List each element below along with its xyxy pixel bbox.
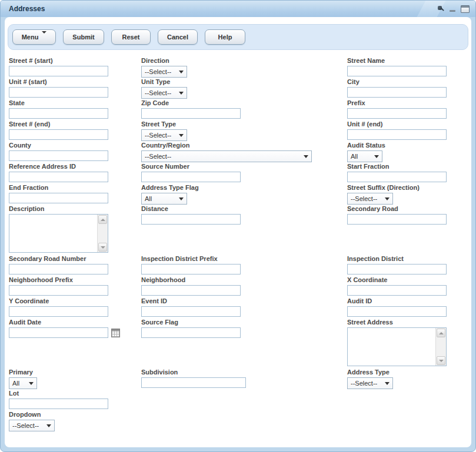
audit-date-label: Audit Date <box>9 319 108 326</box>
end-fraction-label: End Fraction <box>9 184 108 191</box>
field-unit-number-end: Unit # (end) <box>347 120 447 140</box>
maximize-icon[interactable] <box>461 5 470 13</box>
start-fraction-label: Start Fraction <box>347 163 447 170</box>
address-type-select[interactable]: --Select-- <box>347 377 393 389</box>
source-flag-input[interactable] <box>141 327 241 338</box>
description-scrollbar[interactable] <box>97 215 108 252</box>
county-input[interactable] <box>9 150 108 161</box>
window-title: Addresses <box>1 5 45 13</box>
dropdown-select-value: --Select-- <box>12 422 39 429</box>
direction-select-value: --Select-- <box>145 68 171 75</box>
zip-code-input[interactable] <box>141 108 241 119</box>
street-name-label: Street Name <box>347 57 447 64</box>
primary-label: Primary <box>9 369 37 376</box>
city-label: City <box>347 78 447 85</box>
prefix-input[interactable] <box>347 108 447 119</box>
dropdown-select[interactable]: --Select-- <box>9 420 55 431</box>
audit-status-select[interactable]: All <box>347 150 382 162</box>
street-number-end-input[interactable] <box>9 129 108 140</box>
chevron-down-icon <box>374 155 379 158</box>
street-address-label: Street Address <box>347 319 447 326</box>
field-unit-type: Unit Type --Select-- <box>141 78 187 99</box>
start-fraction-input[interactable] <box>347 172 447 182</box>
field-state: State <box>9 99 108 119</box>
county-label: County <box>9 142 108 149</box>
city-input[interactable] <box>347 87 447 98</box>
window-controls <box>438 1 470 17</box>
distance-input[interactable] <box>141 214 241 225</box>
calendar-icon[interactable] <box>111 329 120 337</box>
direction-select[interactable]: --Select-- <box>141 66 187 78</box>
source-number-input[interactable] <box>141 172 241 182</box>
field-start-fraction: Start Fraction <box>347 163 447 182</box>
country-region-select-value: --Select-- <box>145 153 171 160</box>
inspection-district-prefix-input[interactable] <box>141 264 241 274</box>
lot-input[interactable] <box>9 399 108 409</box>
event-id-input[interactable] <box>141 306 241 317</box>
street-type-select-value: --Select-- <box>145 132 171 139</box>
subdivision-input[interactable] <box>141 377 246 388</box>
direction-label: Direction <box>141 57 187 64</box>
street-address-scrollbar[interactable] <box>435 328 446 366</box>
street-number-start-input[interactable] <box>9 66 108 76</box>
primary-select-value: All <box>12 380 19 387</box>
address-type-flag-select[interactable]: All <box>141 193 187 205</box>
field-event-id: Event ID <box>141 297 241 317</box>
audit-id-input[interactable] <box>347 306 447 317</box>
distance-label: Distance <box>141 205 241 212</box>
street-number-end-label: Street # (end) <box>9 120 108 128</box>
unit-type-select[interactable]: --Select-- <box>141 87 187 99</box>
field-neighborhood: Neighborhood <box>141 276 241 296</box>
inspection-district-prefix-label: Inspection District Prefix <box>141 255 241 262</box>
audit-id-label: Audit ID <box>347 297 447 304</box>
scroll-down-icon[interactable] <box>437 356 445 365</box>
address-search-form: Street # (start) Direction --Select-- St… <box>5 17 471 447</box>
secondary-road-number-input[interactable] <box>9 264 108 274</box>
field-zip-code: Zip Code <box>141 99 241 119</box>
primary-select[interactable]: All <box>9 377 37 389</box>
audit-status-label: Audit Status <box>347 142 385 149</box>
field-audit-id: Audit ID <box>347 297 447 317</box>
street-address-textarea[interactable] <box>347 327 447 366</box>
street-suffix-direction-select[interactable]: --Select-- <box>347 193 393 205</box>
description-textarea[interactable] <box>9 214 108 253</box>
country-region-select[interactable]: --Select-- <box>141 150 312 162</box>
field-x-coordinate: X Coordinate <box>347 276 447 296</box>
field-address-type: Address Type --Select-- <box>347 369 393 389</box>
audit-status-select-value: All <box>351 153 358 160</box>
field-source-number: Source Number <box>141 163 241 182</box>
scroll-down-icon[interactable] <box>98 243 107 252</box>
unit-number-start-input[interactable] <box>9 87 108 98</box>
secondary-road-number-label: Secondary Road Number <box>9 255 108 262</box>
field-dropdown: Dropdown --Select-- <box>9 411 55 431</box>
unit-type-label: Unit Type <box>141 78 187 85</box>
scroll-up-icon[interactable] <box>98 215 107 224</box>
field-street-type: Street Type --Select-- <box>141 120 187 141</box>
unit-number-start-label: Unit # (start) <box>9 78 108 85</box>
street-name-input[interactable] <box>347 66 447 76</box>
event-id-label: Event ID <box>141 297 241 304</box>
neighborhood-input[interactable] <box>141 285 241 296</box>
end-fraction-input[interactable] <box>9 193 108 203</box>
chevron-down-icon <box>179 71 184 73</box>
state-input[interactable] <box>9 108 108 119</box>
field-unit-number-start: Unit # (start) <box>9 78 108 98</box>
x-coordinate-input[interactable] <box>347 285 447 296</box>
reference-address-id-input[interactable] <box>9 172 108 182</box>
street-suffix-direction-select-value: --Select-- <box>351 195 377 202</box>
inspection-district-input[interactable] <box>347 264 447 274</box>
audit-date-input[interactable] <box>9 327 108 338</box>
neighborhood-prefix-input[interactable] <box>9 285 108 296</box>
unit-number-end-input[interactable] <box>347 129 447 140</box>
secondary-road-input[interactable] <box>347 214 447 225</box>
field-description: Description <box>9 205 108 253</box>
street-type-label: Street Type <box>141 120 187 128</box>
minimize-icon[interactable] <box>450 10 455 12</box>
y-coordinate-input[interactable] <box>9 306 108 317</box>
chevron-down-icon <box>179 197 184 200</box>
street-type-select[interactable]: --Select-- <box>141 129 187 141</box>
zip-code-label: Zip Code <box>141 99 241 106</box>
pin-icon[interactable] <box>438 6 444 12</box>
scroll-up-icon[interactable] <box>437 329 445 337</box>
field-country-region: Country/Region --Select-- <box>141 142 312 162</box>
